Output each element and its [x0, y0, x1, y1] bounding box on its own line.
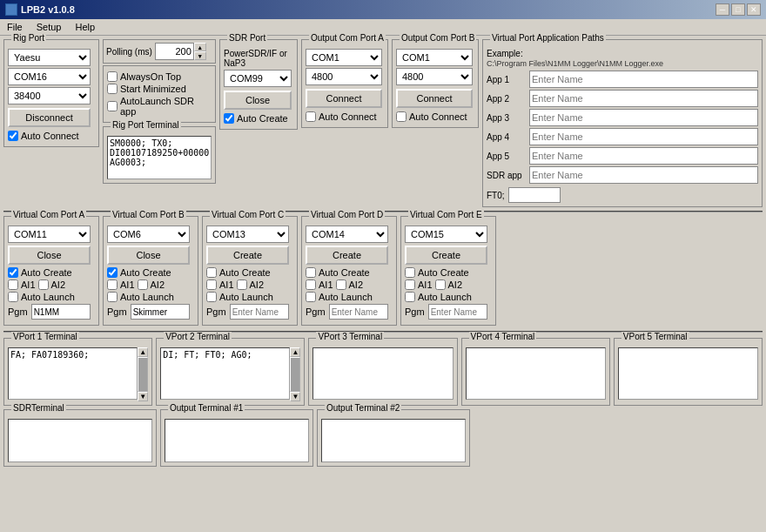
output-com-b-connect-button[interactable]: Connect: [396, 89, 473, 108]
always-on-top-label: AlwaysOn Top: [120, 71, 181, 82]
vport-c-pgm-label: Pgm: [206, 306, 226, 317]
vport-b-auto-create-label: Auto Create: [120, 267, 171, 278]
vport-a-com-select[interactable]: COM11: [8, 226, 91, 243]
disconnect-button[interactable]: Disconnect: [8, 108, 91, 127]
vport1-terminal-group: VPort 1 Terminal FA; FA07189360; ▲ ▼: [3, 338, 152, 406]
autolaunch-sdr-checkbox[interactable]: [107, 101, 118, 111]
sdr-auto-create-checkbox[interactable]: [224, 113, 234, 124]
vport2-scrolldown[interactable]: ▼: [290, 392, 300, 401]
vport-b-com-select[interactable]: COM6: [107, 226, 190, 243]
vport-c-pgm-input[interactable]: [230, 304, 289, 320]
vport-b-ai2-label: AI2: [151, 279, 165, 290]
vport-b-pgm-input[interactable]: [131, 304, 190, 320]
vport-e-com-select[interactable]: COM15: [405, 226, 487, 243]
output-com-b-port-select[interactable]: COM1: [396, 49, 473, 66]
sdrapp-label: SDR app: [487, 171, 526, 180]
sdr-close-button[interactable]: Close: [224, 91, 292, 110]
output-com-b-baud-select[interactable]: 4800: [396, 68, 473, 85]
sdr-com-port-select[interactable]: COM99: [224, 70, 292, 87]
app5-input[interactable]: [529, 147, 758, 165]
output-com-a-auto-connect-checkbox[interactable]: [306, 111, 316, 122]
vport-c-auto-create-checkbox[interactable]: [206, 267, 217, 278]
rig-com-port-select[interactable]: COM16: [8, 68, 91, 85]
vport-c-group: Virtual Com Port C COM13 Create Auto Cre…: [202, 216, 298, 326]
sdr-port-group: SDR Port PowerSDR/IF or NaP3 COM99 Close…: [219, 39, 298, 130]
vport-b-auto-launch-checkbox[interactable]: [107, 292, 118, 302]
vport-c-ai1-checkbox[interactable]: [206, 279, 217, 290]
vport1-scrolldown[interactable]: ▼: [138, 392, 148, 401]
vport-d-button[interactable]: Create: [306, 246, 388, 265]
vport-e-auto-create-checkbox[interactable]: [405, 267, 415, 278]
vport1-scrollup[interactable]: ▲: [138, 347, 148, 357]
vport-d-ai1-checkbox[interactable]: [306, 279, 316, 290]
output-com-a-baud-select[interactable]: 4800: [306, 68, 382, 85]
vport-b-auto-launch-label: Auto Launch: [120, 292, 174, 302]
vport-c-ai2-label: AI2: [250, 279, 265, 290]
vport-a-auto-create-checkbox[interactable]: [8, 267, 18, 278]
output-com-b-auto-connect-checkbox[interactable]: [396, 111, 407, 122]
polling-up-btn[interactable]: ▲: [194, 43, 206, 51]
polling-down-btn[interactable]: ▼: [194, 51, 206, 60]
vport1-terminal-content: FA; FA07189360;: [8, 347, 138, 400]
vport-e-auto-create-label: Auto Create: [418, 267, 469, 278]
ft0-input[interactable]: [508, 187, 561, 203]
vport-b-ai2-checkbox[interactable]: [138, 279, 148, 290]
vport-d-auto-launch-checkbox[interactable]: [306, 292, 316, 302]
window-title: LPB2 v1.0.8: [21, 4, 75, 15]
vport-b-button[interactable]: Close: [107, 246, 190, 265]
vport-c-com-select[interactable]: COM13: [206, 226, 289, 243]
rig-radio-select[interactable]: Yaesu: [8, 49, 91, 66]
vport-a-ai2-checkbox[interactable]: [38, 279, 49, 290]
app3-input[interactable]: [529, 109, 758, 126]
app4-input[interactable]: [529, 128, 758, 145]
vport-d-ai1-label: AI1: [319, 279, 333, 290]
vport2-scrollup[interactable]: ▲: [290, 347, 300, 357]
sdrapp-input[interactable]: [529, 166, 758, 184]
vport-d-auto-create-checkbox[interactable]: [306, 267, 316, 278]
vport-a-pgm-input[interactable]: [31, 304, 91, 320]
vport-d-pgm-input[interactable]: [329, 304, 388, 320]
vport-c-auto-launch-checkbox[interactable]: [206, 292, 217, 302]
virtual-ports-row: Virtual Com Port A COM11 Close Auto Crea…: [3, 211, 763, 326]
vport-e-ai2-checkbox[interactable]: [435, 279, 446, 290]
vport-a-button[interactable]: Close: [8, 246, 91, 265]
vport-e-auto-launch-checkbox[interactable]: [405, 292, 415, 302]
output-com-a-group: Output Com Port A COM1 4800 Connect Auto…: [301, 39, 388, 128]
rig-baud-select[interactable]: 38400: [8, 87, 91, 104]
output-com-b-auto-connect-label: Auto Connect: [409, 111, 467, 122]
vport2-scrollthumb[interactable]: [290, 357, 300, 392]
menu-file[interactable]: File: [3, 21, 26, 33]
sdr-port-label: SDR Port: [227, 33, 267, 43]
minimize-button[interactable]: ─: [716, 3, 729, 16]
vport1-scrollthumb[interactable]: [138, 357, 148, 392]
output-terminal2-label: Output Terminal #2: [325, 403, 401, 413]
app2-input[interactable]: [529, 90, 758, 107]
menu-help[interactable]: Help: [71, 21, 98, 33]
output-com-a-port-select[interactable]: COM1: [306, 49, 382, 66]
vport-a-ai1-checkbox[interactable]: [8, 279, 18, 290]
close-button[interactable]: ✕: [747, 3, 761, 16]
vport-b-pgm-label: Pgm: [107, 306, 127, 317]
polling-value[interactable]: 200: [155, 43, 194, 60]
autolaunch-sdr-label: AutoLaunch SDR app: [120, 96, 212, 117]
vport-d-com-select[interactable]: COM14: [306, 226, 388, 243]
menu-setup[interactable]: Setup: [33, 21, 65, 33]
vport-e-pgm-input[interactable]: [428, 304, 487, 320]
output-com-b-group: Output Com Port B COM1 4800 Connect Auto…: [392, 39, 479, 128]
vport-c-button[interactable]: Create: [206, 246, 289, 265]
vport-e-button[interactable]: Create: [405, 246, 487, 265]
auto-connect-checkbox[interactable]: [8, 131, 18, 141]
vport5-terminal-label: VPort 5 Terminal: [622, 332, 689, 341]
vport-b-ai1-checkbox[interactable]: [107, 279, 118, 290]
rig-terminal-content: SM0000; TX0; DI00107189250+00000 AG0003;: [107, 136, 212, 179]
output-com-a-connect-button[interactable]: Connect: [306, 89, 382, 108]
vport-e-ai1-checkbox[interactable]: [405, 279, 415, 290]
maximize-button[interactable]: □: [731, 3, 745, 16]
vport-d-ai2-checkbox[interactable]: [336, 279, 346, 290]
vport-a-auto-launch-checkbox[interactable]: [8, 292, 18, 302]
vport-c-ai2-checkbox[interactable]: [237, 279, 247, 290]
start-minimized-checkbox[interactable]: [107, 84, 118, 94]
app1-input[interactable]: [529, 71, 758, 88]
vport-b-auto-create-checkbox[interactable]: [107, 267, 118, 278]
always-on-top-checkbox[interactable]: [107, 71, 118, 82]
